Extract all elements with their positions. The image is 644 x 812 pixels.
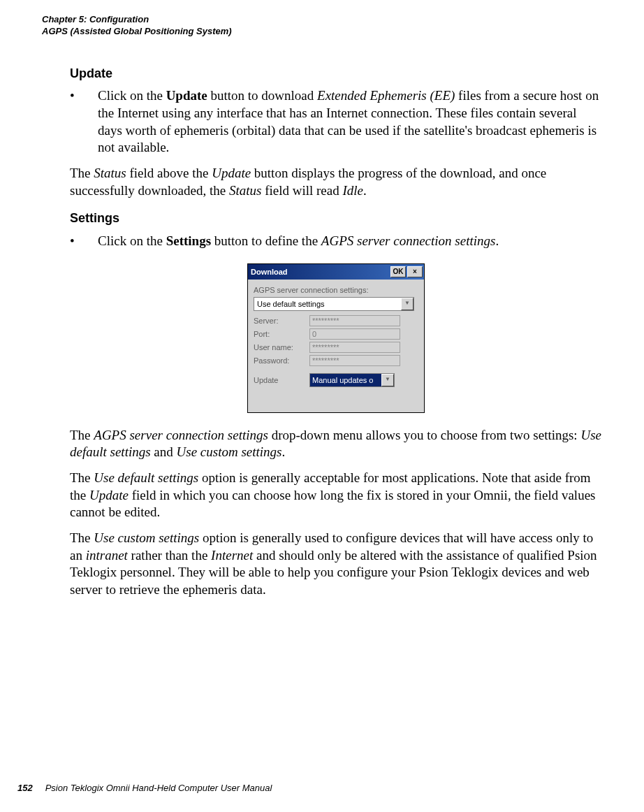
chevron-down-icon[interactable]: ▼	[381, 374, 394, 386]
bullet-text: Click on the Settings button to define t…	[98, 233, 602, 250]
bullet-settings: • Click on the Settings button to define…	[70, 233, 602, 250]
password-label: Password:	[254, 356, 309, 365]
port-input: 0	[309, 328, 400, 340]
close-button[interactable]: ×	[407, 266, 423, 277]
port-row: Port: 0	[254, 328, 418, 340]
para-default-settings: The Use default settings option is gener…	[70, 470, 602, 521]
chevron-down-icon[interactable]: ▼	[401, 298, 414, 310]
bullet-marker: •	[70, 233, 98, 250]
para-status: The Status field above the Update button…	[70, 165, 602, 199]
main-content: Update • Click on the Update button to d…	[70, 66, 602, 599]
bullet-text: Click on the Update button to download E…	[98, 87, 602, 157]
para-custom-settings: The Use custom settings option is genera…	[70, 530, 602, 599]
connection-settings-label: AGPS server connection settings:	[254, 285, 418, 295]
username-label: User name:	[254, 342, 309, 352]
page-header: Chapter 5: Configuration AGPS (Assisted …	[42, 14, 602, 38]
update-row: Update Manual updates o ▼	[254, 373, 418, 387]
update-dropdown-value: Manual updates o	[310, 374, 381, 386]
dialog-titlebar: Download OK ×	[248, 264, 424, 280]
page-number: 152	[17, 783, 33, 793]
port-label: Port:	[254, 329, 309, 339]
dialog-title: Download	[251, 267, 389, 277]
username-input: *********	[309, 342, 400, 353]
username-row: User name: *********	[254, 342, 418, 353]
page-footer: 152Psion Teklogix Omnii Hand-Held Comput…	[17, 783, 272, 795]
header-section: AGPS (Assisted Global Positioning System…	[42, 26, 602, 38]
server-row: Server: *********	[254, 315, 418, 326]
bullet-update: • Click on the Update button to download…	[70, 87, 602, 157]
update-dropdown[interactable]: Manual updates o ▼	[309, 373, 395, 387]
dialog-body: AGPS server connection settings: Use def…	[248, 280, 424, 412]
heading-update: Update	[70, 66, 602, 82]
password-input: *********	[309, 355, 400, 366]
para-agps-settings: The AGPS server connection settings drop…	[70, 427, 602, 461]
server-input: *********	[309, 315, 400, 326]
server-label: Server:	[254, 316, 309, 326]
download-dialog: Download OK × AGPS server connection set…	[247, 263, 425, 412]
update-label: Update	[254, 375, 309, 385]
footer-text: Psion Teklogix Omnii Hand-Held Computer …	[45, 783, 272, 793]
dropdown-value: Use default settings	[254, 298, 401, 310]
bullet-marker: •	[70, 87, 98, 157]
heading-settings: Settings	[70, 210, 602, 226]
connection-settings-dropdown[interactable]: Use default settings ▼	[254, 297, 414, 311]
password-row: Password: *********	[254, 355, 418, 366]
ok-button[interactable]: OK	[390, 266, 406, 277]
dialog-screenshot: Download OK × AGPS server connection set…	[70, 263, 602, 412]
header-chapter: Chapter 5: Configuration	[42, 14, 602, 26]
